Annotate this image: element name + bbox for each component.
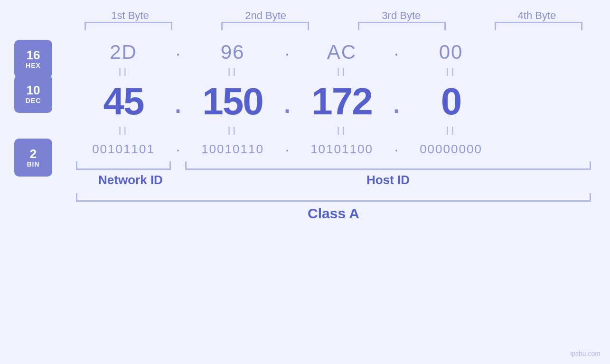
eq2-b2: II xyxy=(185,124,280,138)
class-section: Class A xyxy=(76,193,591,222)
eq1-b4: II xyxy=(404,65,498,79)
byte4-header: 4th Byte xyxy=(489,9,584,22)
dec-dot3: . xyxy=(389,83,404,121)
bin-dot2: . xyxy=(280,139,294,155)
hex-badge-num: 16 xyxy=(27,48,40,62)
bin-badge-num: 2 xyxy=(30,147,37,161)
bracket-byte4-top xyxy=(495,22,582,30)
host-id-label: Host ID xyxy=(185,173,591,187)
hex-byte2: 96 xyxy=(185,41,280,64)
hex-byte3: AC xyxy=(294,41,389,64)
dec-badge-label: DEC xyxy=(26,97,41,104)
host-bracket xyxy=(185,161,591,170)
bin-byte4: 00000000 xyxy=(404,142,498,157)
eq-row-2: II II II II xyxy=(76,123,591,139)
dec-byte3: 172 xyxy=(294,80,389,123)
hex-dot2: . xyxy=(280,40,294,60)
eq1-b3: II xyxy=(294,65,389,79)
class-label: Class A xyxy=(76,205,591,222)
bin-values-row: 00101101 . 10010110 . 10101100 . 0000000… xyxy=(76,139,591,159)
bracket-byte2-top xyxy=(221,22,309,30)
hex-dot1: . xyxy=(171,40,185,60)
network-host-labels: Network ID Host ID xyxy=(76,173,591,187)
hex-row-wrapper: 16 HEX 2D . 96 . AC . 00 xyxy=(76,40,591,65)
bin-badge: 2 BIN xyxy=(14,139,52,177)
eq2-b1: II xyxy=(76,124,171,138)
eq1-b1: II xyxy=(76,65,171,79)
dec-badge-num: 10 xyxy=(27,84,40,97)
hex-byte1: 2D xyxy=(76,41,171,64)
eq-row-1: II II II II xyxy=(76,65,591,80)
dec-dot2: . xyxy=(280,83,294,121)
hex-badge-label: HEX xyxy=(26,62,41,69)
network-id-label: Network ID xyxy=(76,173,185,187)
dec-byte1: 45 xyxy=(76,80,171,123)
bracket-byte3-top xyxy=(358,22,446,30)
bin-byte3: 10101100 xyxy=(294,142,389,157)
hex-byte4: 00 xyxy=(404,41,498,64)
bin-byte1: 00101101 xyxy=(76,142,171,157)
bin-byte2: 10010110 xyxy=(185,142,280,157)
eq2-b4: II xyxy=(404,124,498,138)
bin-dot3: . xyxy=(389,139,404,155)
top-brackets xyxy=(76,22,591,30)
main-container: 1st Byte 2nd Byte 3rd Byte 4th Byte 16 H… xyxy=(0,0,610,364)
byte2-header: 2nd Byte xyxy=(218,9,313,22)
dec-badge: 10 DEC xyxy=(14,75,52,113)
watermark: ipshu.com xyxy=(570,350,601,357)
bin-row-wrapper: 2 BIN 00101101 . 10010110 . 10101100 . 0… xyxy=(76,139,591,159)
byte3-header: 3rd Byte xyxy=(354,9,449,22)
byte1-header: 1st Byte xyxy=(83,9,178,22)
class-bracket xyxy=(76,193,591,202)
byte-headers-row: 1st Byte 2nd Byte 3rd Byte 4th Byte xyxy=(76,9,591,22)
hex-dot3: . xyxy=(389,40,404,60)
network-bracket xyxy=(76,161,171,170)
hex-badge: 16 HEX xyxy=(14,40,52,78)
bin-dot1: . xyxy=(171,139,185,155)
bottom-brackets-row xyxy=(76,161,591,170)
bracket-byte1-top xyxy=(84,22,172,30)
dec-values-row: 45 . 150 . 172 . 0 xyxy=(76,80,591,123)
dec-byte2: 150 xyxy=(185,80,280,123)
bin-badge-label: BIN xyxy=(27,160,39,168)
dec-row-wrapper: 10 DEC 45 . 150 . 172 . 0 xyxy=(76,80,591,123)
bottom-brackets-section: Network ID Host ID xyxy=(76,161,591,187)
hex-values-row: 2D . 96 . AC . 00 xyxy=(76,40,591,65)
dec-dot1: . xyxy=(171,83,185,121)
eq2-b3: II xyxy=(294,124,389,138)
dec-byte4: 0 xyxy=(404,80,498,123)
eq1-b2: II xyxy=(185,65,280,79)
